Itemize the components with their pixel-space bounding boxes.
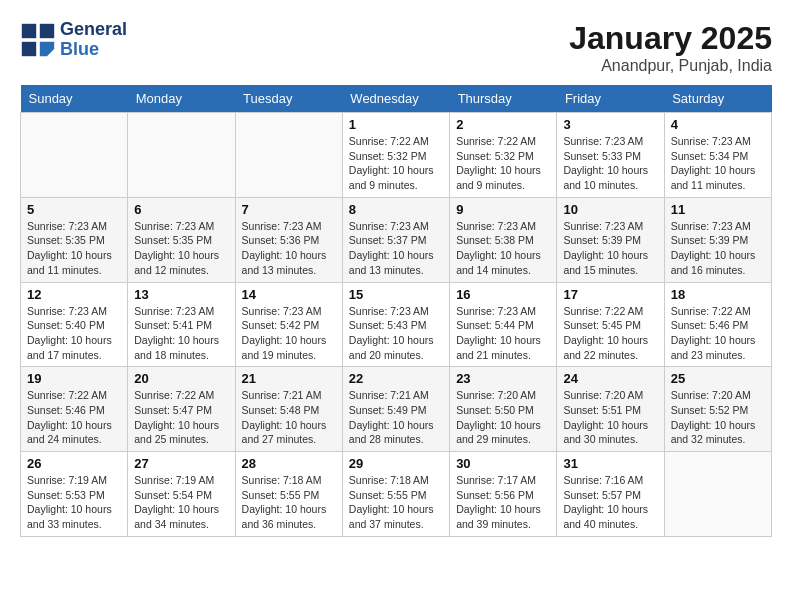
weekday-header-thursday: Thursday [450,85,557,113]
day-info: Sunrise: 7:16 AM Sunset: 5:57 PM Dayligh… [563,473,657,532]
calendar-week-row: 26Sunrise: 7:19 AM Sunset: 5:53 PM Dayli… [21,452,772,537]
calendar-cell: 19Sunrise: 7:22 AM Sunset: 5:46 PM Dayli… [21,367,128,452]
day-info: Sunrise: 7:20 AM Sunset: 5:51 PM Dayligh… [563,388,657,447]
day-info: Sunrise: 7:22 AM Sunset: 5:32 PM Dayligh… [349,134,443,193]
day-info: Sunrise: 7:23 AM Sunset: 5:38 PM Dayligh… [456,219,550,278]
day-info: Sunrise: 7:23 AM Sunset: 5:43 PM Dayligh… [349,304,443,363]
day-info: Sunrise: 7:22 AM Sunset: 5:46 PM Dayligh… [27,388,121,447]
calendar-cell: 18Sunrise: 7:22 AM Sunset: 5:46 PM Dayli… [664,282,771,367]
calendar-cell: 21Sunrise: 7:21 AM Sunset: 5:48 PM Dayli… [235,367,342,452]
day-number: 26 [27,456,121,471]
day-info: Sunrise: 7:18 AM Sunset: 5:55 PM Dayligh… [242,473,336,532]
day-number: 17 [563,287,657,302]
day-number: 19 [27,371,121,386]
month-title: January 2025 [569,20,772,57]
calendar-cell: 7Sunrise: 7:23 AM Sunset: 5:36 PM Daylig… [235,197,342,282]
day-number: 12 [27,287,121,302]
day-info: Sunrise: 7:20 AM Sunset: 5:50 PM Dayligh… [456,388,550,447]
svg-marker-3 [40,42,54,56]
day-info: Sunrise: 7:22 AM Sunset: 5:47 PM Dayligh… [134,388,228,447]
calendar-cell: 22Sunrise: 7:21 AM Sunset: 5:49 PM Dayli… [342,367,449,452]
day-number: 11 [671,202,765,217]
calendar-cell: 26Sunrise: 7:19 AM Sunset: 5:53 PM Dayli… [21,452,128,537]
day-number: 5 [27,202,121,217]
day-number: 21 [242,371,336,386]
day-info: Sunrise: 7:19 AM Sunset: 5:54 PM Dayligh… [134,473,228,532]
page-header: General Blue January 2025 Anandpur, Punj… [20,20,772,75]
day-number: 22 [349,371,443,386]
calendar-cell [235,113,342,198]
svg-rect-2 [22,42,36,56]
calendar-cell: 17Sunrise: 7:22 AM Sunset: 5:45 PM Dayli… [557,282,664,367]
day-number: 18 [671,287,765,302]
day-info: Sunrise: 7:22 AM Sunset: 5:46 PM Dayligh… [671,304,765,363]
calendar-cell: 5Sunrise: 7:23 AM Sunset: 5:35 PM Daylig… [21,197,128,282]
calendar-cell: 30Sunrise: 7:17 AM Sunset: 5:56 PM Dayli… [450,452,557,537]
day-number: 30 [456,456,550,471]
day-info: Sunrise: 7:23 AM Sunset: 5:36 PM Dayligh… [242,219,336,278]
weekday-header-sunday: Sunday [21,85,128,113]
day-number: 3 [563,117,657,132]
day-info: Sunrise: 7:19 AM Sunset: 5:53 PM Dayligh… [27,473,121,532]
day-number: 15 [349,287,443,302]
day-number: 24 [563,371,657,386]
day-number: 14 [242,287,336,302]
day-number: 9 [456,202,550,217]
calendar-week-row: 12Sunrise: 7:23 AM Sunset: 5:40 PM Dayli… [21,282,772,367]
weekday-header-row: SundayMondayTuesdayWednesdayThursdayFrid… [21,85,772,113]
calendar-cell: 3Sunrise: 7:23 AM Sunset: 5:33 PM Daylig… [557,113,664,198]
day-number: 16 [456,287,550,302]
day-info: Sunrise: 7:23 AM Sunset: 5:33 PM Dayligh… [563,134,657,193]
calendar-cell: 9Sunrise: 7:23 AM Sunset: 5:38 PM Daylig… [450,197,557,282]
day-number: 2 [456,117,550,132]
day-info: Sunrise: 7:23 AM Sunset: 5:35 PM Dayligh… [27,219,121,278]
weekday-header-saturday: Saturday [664,85,771,113]
calendar-cell [664,452,771,537]
calendar-cell: 16Sunrise: 7:23 AM Sunset: 5:44 PM Dayli… [450,282,557,367]
day-number: 29 [349,456,443,471]
day-info: Sunrise: 7:23 AM Sunset: 5:42 PM Dayligh… [242,304,336,363]
calendar-cell: 14Sunrise: 7:23 AM Sunset: 5:42 PM Dayli… [235,282,342,367]
day-info: Sunrise: 7:18 AM Sunset: 5:55 PM Dayligh… [349,473,443,532]
logo-icon [20,22,56,58]
calendar-cell: 10Sunrise: 7:23 AM Sunset: 5:39 PM Dayli… [557,197,664,282]
day-number: 31 [563,456,657,471]
calendar-cell: 13Sunrise: 7:23 AM Sunset: 5:41 PM Dayli… [128,282,235,367]
day-info: Sunrise: 7:23 AM Sunset: 5:44 PM Dayligh… [456,304,550,363]
day-number: 20 [134,371,228,386]
day-number: 13 [134,287,228,302]
day-number: 25 [671,371,765,386]
day-info: Sunrise: 7:23 AM Sunset: 5:39 PM Dayligh… [563,219,657,278]
day-info: Sunrise: 7:23 AM Sunset: 5:41 PM Dayligh… [134,304,228,363]
calendar-cell: 24Sunrise: 7:20 AM Sunset: 5:51 PM Dayli… [557,367,664,452]
calendar-cell: 2Sunrise: 7:22 AM Sunset: 5:32 PM Daylig… [450,113,557,198]
logo-line2: Blue [60,40,127,60]
calendar-cell [21,113,128,198]
calendar-cell: 25Sunrise: 7:20 AM Sunset: 5:52 PM Dayli… [664,367,771,452]
calendar-cell: 12Sunrise: 7:23 AM Sunset: 5:40 PM Dayli… [21,282,128,367]
calendar-cell: 8Sunrise: 7:23 AM Sunset: 5:37 PM Daylig… [342,197,449,282]
day-number: 8 [349,202,443,217]
day-info: Sunrise: 7:23 AM Sunset: 5:35 PM Dayligh… [134,219,228,278]
day-info: Sunrise: 7:20 AM Sunset: 5:52 PM Dayligh… [671,388,765,447]
calendar-cell: 1Sunrise: 7:22 AM Sunset: 5:32 PM Daylig… [342,113,449,198]
calendar-cell: 28Sunrise: 7:18 AM Sunset: 5:55 PM Dayli… [235,452,342,537]
day-number: 28 [242,456,336,471]
calendar-week-row: 19Sunrise: 7:22 AM Sunset: 5:46 PM Dayli… [21,367,772,452]
day-info: Sunrise: 7:17 AM Sunset: 5:56 PM Dayligh… [456,473,550,532]
weekday-header-tuesday: Tuesday [235,85,342,113]
day-number: 1 [349,117,443,132]
calendar-cell: 6Sunrise: 7:23 AM Sunset: 5:35 PM Daylig… [128,197,235,282]
calendar-cell [128,113,235,198]
day-number: 6 [134,202,228,217]
day-number: 27 [134,456,228,471]
day-number: 10 [563,202,657,217]
day-info: Sunrise: 7:21 AM Sunset: 5:49 PM Dayligh… [349,388,443,447]
calendar-cell: 29Sunrise: 7:18 AM Sunset: 5:55 PM Dayli… [342,452,449,537]
weekday-header-friday: Friday [557,85,664,113]
logo-line1: General [60,20,127,40]
calendar: SundayMondayTuesdayWednesdayThursdayFrid… [20,85,772,537]
day-number: 4 [671,117,765,132]
day-info: Sunrise: 7:23 AM Sunset: 5:39 PM Dayligh… [671,219,765,278]
calendar-cell: 31Sunrise: 7:16 AM Sunset: 5:57 PM Dayli… [557,452,664,537]
